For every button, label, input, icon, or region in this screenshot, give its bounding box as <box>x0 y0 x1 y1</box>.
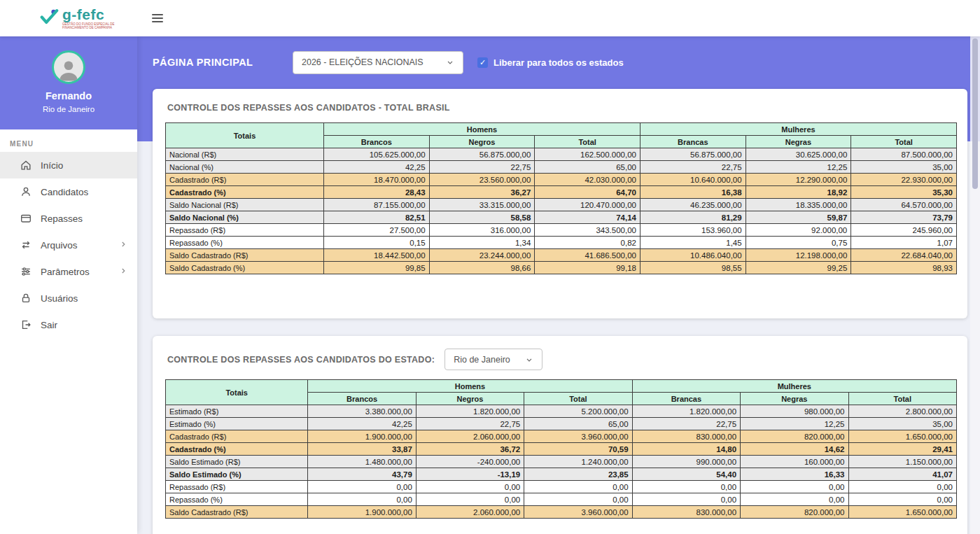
table-row: Saldo Cadastrado (%)99,8598,6699,1898,55… <box>166 262 957 274</box>
row-label: Repassado (R$) <box>166 224 324 237</box>
logo-text: g-fefc <box>62 7 122 22</box>
table-row: Saldo Estimado (%)43,79-13,1923,8554,401… <box>166 468 957 481</box>
table-row: Repassado (R$)27.500,00316.000,00343.500… <box>166 224 957 237</box>
liberar-checkbox-label: Liberar para todos os estados <box>493 57 624 68</box>
cell-value: -13,19 <box>416 468 524 481</box>
app-root: g-fefc GESTÃO DO FUNDO ESPECIAL DE FINAN… <box>0 0 980 534</box>
cell-value: 1,45 <box>640 237 746 249</box>
sidebar-item-sair[interactable]: Sair <box>0 311 137 338</box>
cell-value: 70,59 <box>524 443 632 456</box>
cell-value: 64,70 <box>535 186 640 199</box>
logo-tagline: GESTÃO DO FUNDO ESPECIAL DE FINANCIAMENT… <box>62 23 122 29</box>
cell-value: 46.235.000,00 <box>640 199 746 211</box>
logout-icon <box>20 318 32 331</box>
state-dropdown[interactable]: Rio de Janeiro <box>444 349 542 370</box>
cell-value: 18,92 <box>746 186 851 199</box>
cell-value: 0,15 <box>324 237 430 249</box>
cell-value: 99,25 <box>746 262 851 274</box>
cell-value: 98,66 <box>429 262 535 274</box>
brasil-table: Totais Homens Mulheres Brancos Negros To… <box>165 122 957 274</box>
chevron-right-icon <box>119 240 127 251</box>
menu-toggle-button[interactable] <box>152 14 163 24</box>
table-row: Cadastrado (R$)1.900.000,002.060.000,003… <box>166 430 957 443</box>
cell-value: 343.500,00 <box>535 224 640 237</box>
cell-value: 162.500.000,00 <box>535 148 640 161</box>
col-header: Negras <box>746 136 851 148</box>
cell-value: 33,87 <box>308 443 416 456</box>
table-row: Repassado (R$)0,000,000,000,000,000,00 <box>166 481 957 493</box>
table-row: Cadastrado (%)33,8736,7270,5914,8014,622… <box>166 443 957 456</box>
estado-card-header: CONTROLE DOS REPASSES AOS CANDIDATOS DO … <box>167 349 957 370</box>
sidebar-menu: Início Candidatos Repasses Arquivos <box>0 152 137 338</box>
cell-value: 830.000,00 <box>632 506 740 519</box>
sidebar-item-arquivos[interactable]: Arquivos <box>0 232 137 258</box>
cell-value: 22,75 <box>640 161 746 174</box>
cell-value: 87.500.000,00 <box>851 148 957 161</box>
cell-value: 92.000,00 <box>746 224 851 237</box>
page-header: PÁGINA PRINCIPAL 2026 - ELEIÇÕES NACIONA… <box>153 50 624 74</box>
cell-value: 0,00 <box>632 481 740 493</box>
sidebar-item-candidatos[interactable]: Candidatos <box>0 178 137 205</box>
sidebar-item-label: Parâmetros <box>41 267 90 277</box>
sidebar-item-label: Repasses <box>41 213 83 224</box>
user-name: Fernando <box>0 90 137 101</box>
col-group-homens: Homens <box>308 380 632 393</box>
sidebar-item-repasses[interactable]: Repasses <box>0 205 137 232</box>
cell-value: 980.000,00 <box>741 405 848 418</box>
col-header: Brancas <box>640 136 746 148</box>
cell-value: 0,82 <box>535 237 640 249</box>
cell-value: 1,07 <box>851 237 957 249</box>
sidebar: Fernando Rio de Janeiro MENU Início Cand… <box>0 36 137 534</box>
sliders-icon <box>20 265 32 278</box>
row-label: Cadastrado (%) <box>166 443 308 456</box>
col-group-mulheres: Mulheres <box>640 123 956 136</box>
topbar: g-fefc GESTÃO DO FUNDO ESPECIAL DE FINAN… <box>0 0 980 36</box>
cell-value: 82,51 <box>324 211 430 224</box>
row-label: Cadastrado (R$) <box>166 430 308 443</box>
cell-value: 29,41 <box>848 443 957 456</box>
col-header-totais: Totais <box>166 380 308 405</box>
row-label: Saldo Cadastrado (R$) <box>166 506 308 519</box>
row-label: Saldo Estimado (R$) <box>166 456 308 468</box>
cell-value: 0,75 <box>746 237 851 249</box>
table-row: Nacional (R$)105.625.000,0056.875.000,00… <box>166 148 957 161</box>
col-header: Total <box>524 393 632 405</box>
col-header: Brancos <box>308 393 416 405</box>
cell-value: 59,87 <box>746 211 851 224</box>
cell-value: 35,30 <box>851 186 957 199</box>
chevron-right-icon <box>119 267 127 277</box>
user-state: Rio de Janeiro <box>0 105 137 113</box>
row-label: Nacional (%) <box>166 161 324 174</box>
row-label: Cadastrado (%) <box>166 186 324 199</box>
cell-value: 87.155.000,00 <box>324 199 430 211</box>
table-row: Cadastrado (R$)18.470.000,0023.560.000,0… <box>166 174 957 186</box>
row-label: Saldo Nacional (R$) <box>166 199 324 211</box>
sidebar-item-label: Usuários <box>41 293 78 304</box>
cell-value: 0,00 <box>848 481 957 493</box>
cell-value: 0,00 <box>308 481 416 493</box>
cell-value: 1.650.000,00 <box>848 506 957 519</box>
cell-value: 1.240.000,00 <box>524 456 632 468</box>
cell-value: 1.480.000,00 <box>308 456 416 468</box>
cell-value: 54,40 <box>632 468 740 481</box>
sidebar-item-label: Arquivos <box>41 240 78 251</box>
brasil-card: CONTROLE DOS REPASSES AOS CANDIDATOS - T… <box>153 89 967 318</box>
cell-value: 22.930.000,00 <box>851 174 957 186</box>
app-logo[interactable]: g-fefc GESTÃO DO FUNDO ESPECIAL DE FINAN… <box>39 7 122 29</box>
sidebar-item-usuarios[interactable]: Usuários <box>0 285 137 311</box>
election-dropdown[interactable]: 2026 - ELEIÇÕES NACIONAIS <box>293 51 463 74</box>
row-label: Cadastrado (R$) <box>166 174 324 186</box>
logo-check-icon <box>39 8 59 29</box>
sidebar-item-parametros[interactable]: Parâmetros <box>0 258 137 285</box>
cell-value: 0,00 <box>524 493 632 506</box>
cell-value: 30.625.000,00 <box>746 148 851 161</box>
cell-value: 0,00 <box>416 493 524 506</box>
sidebar-item-inicio[interactable]: Início <box>0 152 137 178</box>
home-icon <box>20 159 32 171</box>
vertical-scrollbar <box>970 36 980 534</box>
liberar-checkbox[interactable]: Liberar para todos os estados <box>477 57 624 68</box>
sidebar-item-label: Candidatos <box>41 187 88 197</box>
scrollbar-thumb[interactable] <box>972 38 978 189</box>
cell-value: 28,43 <box>324 186 430 199</box>
row-label: Saldo Estimado (%) <box>166 468 308 481</box>
